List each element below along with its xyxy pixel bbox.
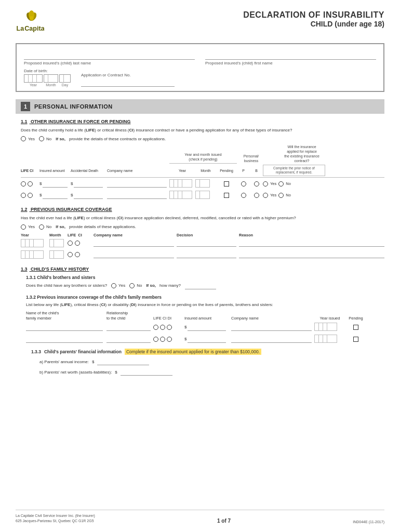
prev-dr1-ci-radio[interactable] — [75, 241, 80, 246]
prev-dr1-decision-input[interactable] — [177, 240, 236, 247]
sub31-howmany-input[interactable] — [185, 282, 216, 289]
ins-dr2-yes-radio[interactable] — [263, 193, 268, 198]
prev-dr1-life-radio[interactable] — [68, 241, 73, 246]
ins-dr1-b-radio[interactable] — [254, 181, 259, 187]
sub33-title: Child's parents' financial information — [44, 349, 122, 354]
prev-dr2-reason-input[interactable] — [239, 251, 384, 258]
ins-dr2-amount: $ — [39, 192, 71, 199]
ins-dr1-life-radio[interactable] — [21, 181, 26, 187]
fam-dr1-life-radio[interactable] — [153, 325, 158, 330]
sub1-provide: provide the details of these contracts o… — [69, 137, 166, 141]
dob-inputs — [24, 74, 71, 83]
ins-dr1-accidental-input[interactable] — [74, 180, 103, 188]
prev-dr1-year-box[interactable] — [21, 239, 44, 247]
ins-dr2-no-radio[interactable] — [278, 193, 284, 198]
ins-dr2-ci-radio[interactable] — [28, 193, 33, 198]
prev-dr1-company-input[interactable] — [94, 240, 174, 247]
dob-day-box[interactable] — [59, 74, 71, 83]
fam-dr2-pending — [345, 337, 366, 342]
footer-page: 1 of 7 — [217, 518, 231, 524]
prev-dr2-company-input[interactable] — [94, 251, 174, 258]
ins-dr1-pending-check[interactable] — [224, 181, 229, 187]
ins-dr2-life-radio[interactable] — [21, 193, 26, 198]
prev-dr2-month-box[interactable] — [49, 250, 64, 259]
ins-dr1-no-radio[interactable] — [278, 181, 284, 187]
fam-dr2-year-box[interactable] — [314, 335, 337, 343]
dob-year-box[interactable] — [24, 74, 43, 83]
insurance-table: Year and month issued(check if pending) … — [21, 144, 384, 200]
ins-dr1-month-box[interactable] — [195, 179, 210, 188]
fam-dr1-ci-radio[interactable] — [160, 325, 165, 330]
ins-dr1-p — [237, 181, 250, 187]
sub33-row-b-input[interactable] — [121, 368, 172, 376]
ins-header-personal: Personal/business — [237, 154, 265, 163]
subsection-1-3-1: 1.3.1 Child's brothers and sisters Does … — [21, 275, 384, 289]
sub2-yes-radio[interactable] — [21, 224, 26, 230]
dob-year-d2 — [29, 75, 33, 82]
section1-number: 1 — [21, 102, 30, 111]
fam-dr1-lifecycle — [153, 325, 184, 330]
prev-dr2-ci-radio[interactable] — [75, 252, 80, 257]
ins-dr1-year-box[interactable] — [169, 179, 192, 188]
fam-dr2-company-input[interactable] — [231, 336, 312, 343]
sub31-no-label: No — [137, 283, 142, 288]
ins-dr2-month-box[interactable] — [195, 191, 210, 199]
ins-dr2-p-radio[interactable] — [241, 193, 246, 198]
last-name-field: Proposed insured's (child) last name — [24, 49, 195, 65]
prev-dr2-year — [21, 250, 49, 259]
prev-dr2-decision — [177, 251, 239, 258]
fam-dr1-year-box[interactable] — [314, 323, 337, 331]
ins-dr2-pending-check[interactable] — [224, 193, 229, 198]
dollar-sign-4: $ — [71, 193, 73, 197]
sub1-yes-radio[interactable] — [21, 136, 26, 141]
fam-dr2-amount-input[interactable] — [188, 336, 226, 343]
ins-dr2-company-input[interactable] — [107, 192, 167, 199]
prev-dr2-life-radio[interactable] — [68, 252, 73, 257]
page: La Capitale DECLARATION OF INSURABILITY … — [0, 0, 400, 532]
prev-dr2-decision-input[interactable] — [177, 251, 236, 258]
fam-dr2-ci-radio[interactable] — [160, 337, 165, 342]
ins-dr1-company-input[interactable] — [107, 180, 167, 188]
ins-dr2-b-radio[interactable] — [254, 193, 259, 198]
ins-dr1-p-radio[interactable] — [241, 181, 246, 187]
fam-dr1-pending-check[interactable] — [353, 325, 358, 330]
ins-dr2-year-box[interactable] — [169, 191, 192, 199]
fam-dr1-name-input[interactable] — [26, 324, 103, 331]
fam-dr2-relation-input[interactable] — [106, 336, 151, 343]
first-name-input[interactable] — [205, 49, 376, 60]
fam-dr1-amount-input[interactable] — [188, 324, 226, 331]
fam-dr1-company-input[interactable] — [231, 324, 312, 331]
ins-dr1-accidental: $ — [71, 180, 107, 188]
footer-address: 625 Jacques-Parizeau St, Quebec QC G1R 2… — [16, 518, 95, 524]
sub31-no-radio[interactable] — [129, 283, 135, 288]
prev-dr2-year-box[interactable] — [21, 250, 44, 259]
ins-header-replace: Will the insuranceapplied for replacethe… — [265, 144, 338, 163]
sub31-yes-radio[interactable] — [111, 283, 116, 288]
ins-dr2-amount-input[interactable] — [43, 192, 68, 199]
subsection-1-2-title: 1.2 PREVIOUS INSURANCE COVERAGE — [21, 207, 384, 212]
prev-dr1-month-box[interactable] — [49, 239, 64, 247]
fam-h-name: Name of the child'sfamily member — [26, 311, 106, 321]
fam-dr2-di-radio[interactable] — [167, 337, 172, 342]
fam-dr2-life-radio[interactable] — [153, 337, 158, 342]
ins-dr1-ci-radio[interactable] — [28, 181, 33, 187]
ins-dr1-amount-input[interactable] — [43, 180, 68, 188]
fam-dr1-di-radio[interactable] — [167, 325, 172, 330]
dob-month-box[interactable] — [44, 74, 58, 83]
ins-dr1-yes-radio[interactable] — [263, 181, 268, 187]
last-name-input[interactable] — [24, 49, 195, 60]
sub2-no-radio[interactable] — [39, 224, 44, 230]
dollar-sign-2: $ — [71, 181, 73, 186]
svg-text:La: La — [17, 25, 25, 32]
prev-dr1-reason-input[interactable] — [239, 240, 384, 247]
fam-dr2-name-input[interactable] — [26, 336, 103, 343]
ins-dr2-accidental-input[interactable] — [74, 192, 103, 199]
dob-year-d4 — [37, 75, 41, 82]
contract-input[interactable] — [81, 78, 175, 87]
sub33-row-a-input[interactable] — [97, 358, 149, 365]
fam-h-year: Year issued — [314, 316, 345, 321]
fam-dr2-pending-check[interactable] — [353, 337, 358, 342]
fam-dr1-relation-input[interactable] — [106, 324, 151, 331]
sub1-no-radio[interactable] — [39, 136, 44, 141]
sub2-yes-label: Yes — [28, 224, 35, 229]
